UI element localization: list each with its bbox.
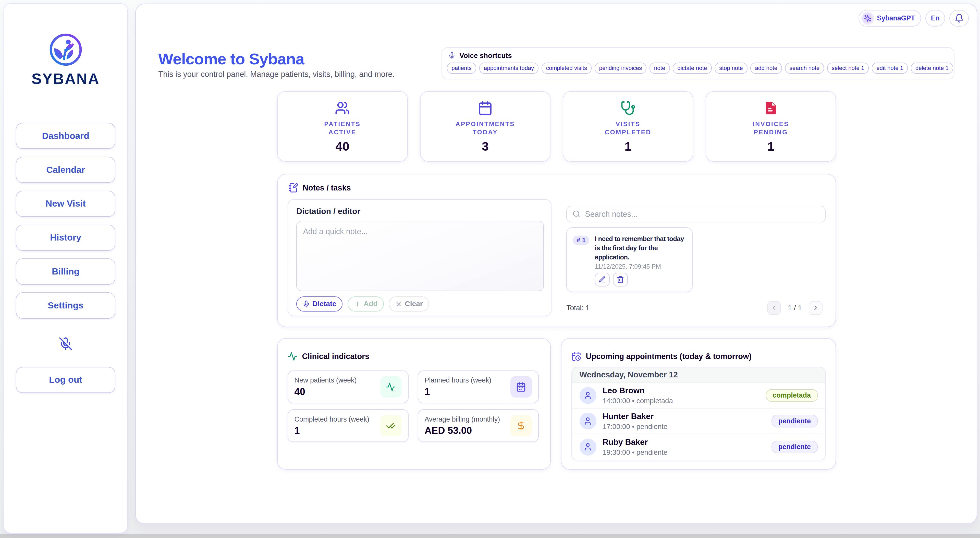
sidebar-item-new-visit[interactable]: New Visit [16,191,115,217]
stat-card-visits-completed: VisitsCompleted 1 [563,91,694,162]
appointment-name: Leo Brown [603,386,759,395]
calendar-icon [478,101,493,116]
next-page-button[interactable] [809,301,822,315]
sidebar-item-settings[interactable]: Settings [16,292,115,319]
stat-card-invoices-pending: InvoicesPending 1 [706,91,836,162]
user-icon [584,417,592,425]
appointment-row-ruby-baker: Ruby Baker 19:30:00 • pendiente pendient… [572,434,825,460]
calendar-clock-icon [571,351,581,361]
kpi-new-patients-week: New patients (week) 40 [288,370,409,403]
page-title: Welcome to Sybana [158,50,304,68]
user-icon [584,391,592,400]
stat-card-patients-active: PatientsActive 40 [277,91,408,162]
clear-button[interactable]: Clear [389,297,429,311]
x-icon [395,300,402,308]
appointment-time-status: 17:00:00 • pendiente [603,423,765,431]
status-badge-completada: completada [766,389,818,402]
voice-chips: patients appointments today completed vi… [447,62,949,74]
voice-chip-patients[interactable]: patients [447,62,476,74]
search-notes-box [566,206,826,222]
appointment-row-hunter-baker: Hunter Baker 17:00:00 • pendiente pendie… [572,409,825,434]
edit-note-button[interactable] [595,273,610,286]
stat-card-appointments-today: AppointmentsToday 3 [420,91,551,162]
sidebar-item-billing[interactable]: Billing [16,259,115,285]
appointments-day-header: Wednesday, November 12 [572,367,825,383]
add-note-button[interactable]: Add [348,297,384,311]
voice-chip-delete-note-1[interactable]: delete note 1 [911,62,953,74]
stethoscope-icon [620,101,636,116]
brand-name: SYBANA [32,70,100,87]
notes-tasks-title: Notes / tasks [303,184,351,192]
search-notes-input[interactable] [585,210,819,219]
invoice-file-icon [763,101,778,116]
voice-shortcuts-panel: Voice shortcuts patients appointments to… [442,47,955,80]
stats-row: PatientsActive 40 AppointmentsToday 3 Vi… [277,91,836,162]
topbar: SybanaGPT En [859,10,969,27]
dollar-icon [511,415,532,436]
notebook-pen-icon [288,183,298,193]
note-card: # 1 I need to remember that today is the… [566,227,693,292]
prev-page-button[interactable] [767,301,781,315]
pencil-icon [598,276,606,283]
voice-chip-add-note[interactable]: add note [750,62,782,74]
page: SYBANA Dashboard Calendar New Visit Hist… [0,0,980,538]
voice-shortcuts-header: Voice shortcuts [448,51,949,60]
chevron-right-icon [812,304,819,311]
stat-value-patients-active: 40 [335,139,349,153]
mic-off-icon [59,337,73,351]
voice-chip-note[interactable]: note [649,62,670,74]
window-bottom-edge [0,534,980,538]
status-badge-pendiente: pendiente [772,415,818,428]
note-timestamp: 11/12/2025, 7:09:45 PM [595,263,686,270]
page-subtitle: This is your control panel. Manage patie… [158,70,395,79]
note-text: I need to remember that today is the fir… [595,235,686,262]
sybana-logo-icon [48,32,83,67]
notes-total: Total: 1 [566,304,590,312]
voice-chip-select-note-1[interactable]: select note 1 [827,62,869,74]
dictate-button[interactable]: Dictate [296,297,342,311]
note-number-badge: # 1 [573,236,589,245]
quick-note-input[interactable] [296,221,544,291]
calendar-days-icon [511,376,532,398]
appointments-list: Wednesday, November 12 Leo Brown 14:00:0… [571,367,826,460]
delete-note-button[interactable] [613,273,628,286]
voice-shortcuts-title: Voice shortcuts [460,51,512,60]
status-badge-pendiente: pendiente [772,441,818,453]
sidebar: SYBANA Dashboard Calendar New Visit Hist… [3,3,127,533]
upcoming-appointments-header: Upcoming appointments (today & tomorrow) [571,351,826,361]
notes-tasks-header: Notes / tasks [288,183,826,193]
notifications-button[interactable] [950,10,969,27]
clinical-indicators-card: Clinical indicators New patients (week) … [277,338,551,469]
kpi-average-billing-monthly: Average billing (monthly) AED 53.00 [418,409,539,442]
sidebar-item-calendar[interactable]: Calendar [16,157,115,183]
dictation-editor-title: Dictation / editor [296,207,543,216]
voice-chip-pending-invoices[interactable]: pending invoices [595,62,647,74]
chevron-left-icon [770,304,778,311]
sidebar-item-history[interactable]: History [16,225,115,251]
voice-chip-edit-note-1[interactable]: edit note 1 [872,62,908,74]
language-button[interactable]: En [925,10,945,27]
mic-icon [302,300,310,308]
logo: SYBANA [32,32,100,87]
activity-icon [380,376,402,398]
voice-chip-dictate-note[interactable]: dictate note [673,62,711,74]
users-icon [335,101,350,116]
stat-value-appointments-today: 3 [482,139,489,153]
logout-button[interactable]: Log out [16,367,115,393]
kpi-planned-hours-week: Planned hours (week) 1 [418,370,539,403]
kpi-completed-hours-week: Completed hours (week) 1 [288,409,409,442]
appointment-time-status: 14:00:00 • completada [603,397,759,405]
stat-value-visits-completed: 1 [625,139,632,153]
voice-chip-stop-note[interactable]: stop note [714,62,747,74]
bell-icon [955,14,964,23]
voice-chip-appointments-today[interactable]: appointments today [479,62,538,74]
sidebar-item-dashboard[interactable]: Dashboard [16,123,115,149]
sybanagpt-button[interactable]: SybanaGPT [859,10,921,27]
trash-icon [617,276,624,283]
search-icon [573,210,581,218]
voice-chip-completed-visits[interactable]: completed visits [542,62,592,74]
stat-value-invoices-pending: 1 [767,139,774,153]
user-avatar [579,413,597,429]
voice-chip-search-note[interactable]: search note [785,62,824,74]
main-panel: SybanaGPT En Welcome to Sybana This is y… [135,3,977,524]
